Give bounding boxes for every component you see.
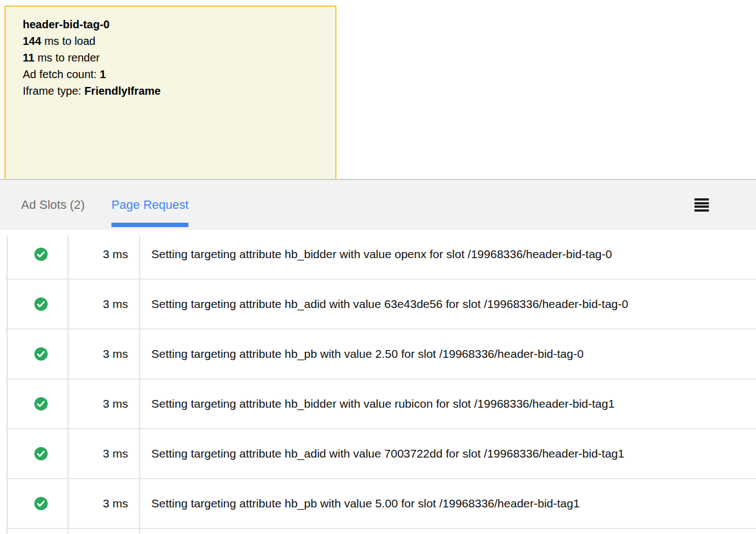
table-row: 3 ms Setting targeting attribute hb_bidd… — [6, 379, 756, 429]
load-ms-value: 144 — [23, 35, 41, 47]
message-cell: Setting targeting attribute hb_adid with… — [139, 297, 756, 311]
status-cell — [6, 297, 68, 311]
fetch-count-label: Ad fetch count: — [23, 68, 100, 80]
time-cell: 3 ms — [68, 497, 139, 510]
check-circle-icon — [34, 297, 48, 311]
render-ms-value: 11 — [23, 52, 34, 64]
page-request-log: 3 ms Setting targeting attribute hb_bidd… — [6, 230, 756, 534]
tab-ad-slots[interactable]: Ad Slots (2) — [21, 180, 85, 230]
check-circle-icon — [34, 397, 48, 410]
message-cell: Setting targeting attribute hb_pb with v… — [139, 347, 756, 361]
table-row-partial — [6, 529, 756, 534]
load-ms-label: ms to load — [41, 35, 95, 47]
table-border — [139, 235, 140, 534]
status-cell — [6, 248, 68, 261]
slot-iframe-type: Iframe type: FriendlyIframe — [23, 83, 324, 99]
status-cell — [6, 447, 68, 460]
message-cell: Setting targeting attribute hb_bidder wi… — [139, 397, 756, 410]
render-ms-label: ms to render — [34, 52, 100, 64]
table-row: 3 ms Setting targeting attribute hb_adid… — [6, 429, 756, 479]
time-cell: 3 ms — [68, 447, 139, 460]
table-border — [68, 235, 69, 534]
time-cell: 3 ms — [68, 297, 139, 311]
iframe-type-label: Iframe type: — [23, 85, 84, 97]
slot-fetch-count: Ad fetch count: 1 — [23, 66, 324, 83]
time-cell: 3 ms — [68, 248, 139, 261]
table-row: 3 ms Setting targeting attribute hb_pb w… — [6, 479, 756, 529]
table-row: 3 ms Setting targeting attribute hb_bidd… — [6, 230, 756, 280]
slot-load-time: 144 ms to load — [23, 33, 324, 49]
slot-title-text: header-bid-tag-0 — [23, 18, 110, 30]
tab-page-request[interactable]: Page Request — [111, 180, 188, 230]
check-circle-icon — [34, 248, 48, 261]
fetch-count-value: 1 — [100, 68, 106, 80]
check-circle-icon — [34, 347, 48, 361]
slot-render-time: 11 ms to render — [23, 49, 324, 66]
table-border — [7, 235, 8, 534]
status-cell — [6, 497, 68, 510]
publisher-console: header-bid-tag-0 144 ms to load 11 ms to… — [0, 0, 756, 534]
list-menu-icon[interactable] — [694, 198, 709, 212]
table-row: 3 ms Setting targeting attribute hb_adid… — [6, 280, 756, 330]
message-cell: Setting targeting attribute hb_bidder wi… — [139, 248, 756, 261]
status-cell — [6, 397, 68, 410]
table-row: 3 ms Setting targeting attribute hb_pb w… — [6, 330, 756, 379]
slot-title: header-bid-tag-0 — [23, 16, 324, 33]
time-cell: 3 ms — [68, 347, 139, 361]
slot-overlay: header-bid-tag-0 144 ms to load 11 ms to… — [4, 6, 336, 180]
message-cell: Setting targeting attribute hb_adid with… — [139, 447, 756, 460]
status-cell — [6, 347, 68, 361]
message-cell: Setting targeting attribute hb_pb with v… — [139, 497, 756, 510]
time-cell: 3 ms — [68, 397, 139, 410]
check-circle-icon — [34, 447, 48, 460]
iframe-type-value: FriendlyIframe — [84, 85, 161, 97]
tab-bar: Ad Slots (2) Page Request — [0, 179, 756, 230]
check-circle-icon — [34, 497, 48, 510]
